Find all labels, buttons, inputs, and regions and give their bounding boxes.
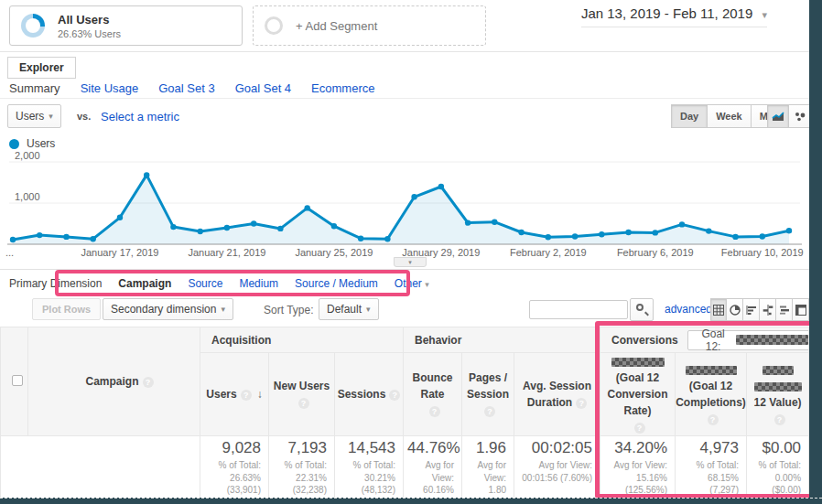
data-point[interactable] xyxy=(305,205,310,210)
help-icon[interactable]: ? xyxy=(241,390,252,401)
view-comparison-button[interactable] xyxy=(760,298,776,321)
total-goal-value: $0.00 xyxy=(751,439,801,457)
help-icon[interactable]: ? xyxy=(774,414,785,425)
dimension-campaign[interactable]: Campaign xyxy=(118,277,171,290)
data-point[interactable] xyxy=(10,237,16,242)
column-goal-conversion-rate[interactable]: (Goal 12 xyxy=(616,371,659,384)
column-users[interactable]: Users xyxy=(206,388,236,401)
dimension-source-medium[interactable]: Source / Medium xyxy=(295,277,378,290)
granularity-week-button[interactable]: Week xyxy=(708,104,752,128)
data-point[interactable] xyxy=(251,220,256,226)
data-point[interactable] xyxy=(572,233,578,239)
data-point[interactable] xyxy=(37,232,42,238)
dimension-source[interactable]: Source xyxy=(188,277,222,290)
select-all-checkbox[interactable] xyxy=(12,375,23,386)
x-tick-label: February 10, 2019 xyxy=(721,247,804,258)
chart-collapse-handle[interactable]: ▾ xyxy=(394,257,427,267)
users-line-chart-canvas[interactable] xyxy=(0,152,809,254)
metric-selector-dropdown[interactable]: Users ▾ xyxy=(7,104,61,128)
column-pages-session[interactable]: Pages / Session xyxy=(467,371,509,401)
subtab-ecommerce[interactable]: Ecommerce xyxy=(311,81,374,95)
granularity-day-button[interactable]: Day xyxy=(671,104,708,128)
data-point[interactable] xyxy=(625,230,631,235)
data-point[interactable] xyxy=(518,230,524,235)
column-sessions[interactable]: Sessions xyxy=(338,388,386,401)
data-point[interactable] xyxy=(277,226,283,231)
data-point[interactable] xyxy=(384,236,390,241)
help-icon[interactable]: ? xyxy=(143,377,154,388)
dimension-other-dropdown[interactable]: Other ▾ xyxy=(395,277,429,290)
search-input[interactable] xyxy=(529,300,628,319)
secondary-dimension-dropdown[interactable]: Secondary dimension ▾ xyxy=(103,298,233,320)
data-point[interactable] xyxy=(706,228,711,233)
subtab-summary[interactable]: Summary xyxy=(9,81,60,95)
totals-row: 9,028% of Total: 26.63% (33,901) 7,193% … xyxy=(1,436,809,504)
search-button[interactable] xyxy=(630,298,654,321)
add-segment-button[interactable]: + Add Segment xyxy=(253,5,486,46)
help-icon[interactable]: ? xyxy=(429,406,440,417)
help-icon[interactable]: ? xyxy=(484,406,495,417)
subtab-goal-set-3[interactable]: Goal Set 3 xyxy=(158,81,214,95)
goal-selector-prefix: Goal 12: xyxy=(696,327,731,353)
segment-all-users[interactable]: All Users 26.63% Users xyxy=(9,5,243,46)
group-acquisition: Acquisition xyxy=(211,334,271,347)
column-goal-completions[interactable]: (Goal 12 xyxy=(689,380,732,392)
help-icon[interactable]: ? xyxy=(389,390,400,401)
search-icon xyxy=(636,304,644,311)
data-point[interactable] xyxy=(117,215,123,220)
view-table-button[interactable] xyxy=(710,298,727,321)
data-point[interactable] xyxy=(732,234,738,240)
data-point[interactable] xyxy=(760,233,765,239)
help-icon[interactable]: ? xyxy=(634,423,645,434)
column-goal-value[interactable]: 12 Value) xyxy=(754,396,802,409)
users-line-chart[interactable]: 2,0001,000 ...January 17, 2019January 21… xyxy=(0,152,809,262)
dimension-other-label: Other xyxy=(395,277,422,290)
data-point[interactable] xyxy=(599,231,604,237)
column-bounce-rate[interactable]: Bounce Rate xyxy=(413,371,453,401)
help-icon[interactable]: ? xyxy=(708,414,719,425)
data-point[interactable] xyxy=(546,234,551,240)
dimension-medium[interactable]: Medium xyxy=(239,277,278,290)
advanced-search-link[interactable]: advanced xyxy=(665,303,712,316)
date-range-selector[interactable]: Jan 13, 2019 - Feb 11, 2019 ▾ xyxy=(581,5,767,27)
metric-selector-value: Users xyxy=(16,110,44,123)
column-campaign[interactable]: Campaign xyxy=(85,375,138,388)
data-point[interactable] xyxy=(224,225,230,231)
data-point[interactable] xyxy=(358,236,363,241)
column-new-users[interactable]: New Users xyxy=(274,380,330,392)
view-term-cloud-button[interactable] xyxy=(776,298,793,321)
motion-chart-button[interactable] xyxy=(789,104,811,128)
view-percentage-button[interactable] xyxy=(727,298,743,321)
goal-selector-dropdown[interactable]: Goal 12: ▾ xyxy=(687,330,809,350)
help-icon[interactable]: ? xyxy=(298,398,309,409)
subtab-site-usage[interactable]: Site Usage xyxy=(81,81,139,95)
data-point[interactable] xyxy=(492,220,497,225)
view-performance-button[interactable] xyxy=(743,298,760,321)
data-point[interactable] xyxy=(465,220,470,225)
select-a-metric-link[interactable]: Select a metric xyxy=(101,110,179,123)
data-point[interactable] xyxy=(144,172,149,177)
help-icon[interactable]: ? xyxy=(576,398,587,409)
data-point[interactable] xyxy=(331,223,337,229)
view-pivot-button[interactable] xyxy=(793,298,809,321)
data-point[interactable] xyxy=(786,228,792,233)
sort-type-dropdown[interactable]: Default ▾ xyxy=(319,298,379,320)
data-point[interactable] xyxy=(170,224,176,230)
column-avg-session-duration[interactable]: Avg. Session xyxy=(523,380,591,392)
column-goal-conversion-rate-line2: Conversion Rate) xyxy=(608,388,668,417)
data-point[interactable] xyxy=(91,236,96,241)
line-chart-button[interactable] xyxy=(767,104,789,128)
data-point[interactable] xyxy=(411,194,416,199)
chevron-down-icon: ▾ xyxy=(366,305,371,314)
data-point[interactable] xyxy=(438,184,444,189)
pie-chart-icon xyxy=(730,305,741,316)
plot-rows-button[interactable]: Plot Rows xyxy=(32,298,101,320)
data-point[interactable] xyxy=(198,229,203,234)
tab-explorer[interactable]: Explorer xyxy=(7,57,76,79)
sort-descending-icon[interactable]: ↓ xyxy=(257,388,263,401)
data-point[interactable] xyxy=(679,221,685,227)
data-point[interactable] xyxy=(63,234,69,240)
series-dot-icon xyxy=(9,139,19,149)
subtab-goal-set-4[interactable]: Goal Set 4 xyxy=(235,81,291,95)
data-point[interactable] xyxy=(653,230,658,235)
